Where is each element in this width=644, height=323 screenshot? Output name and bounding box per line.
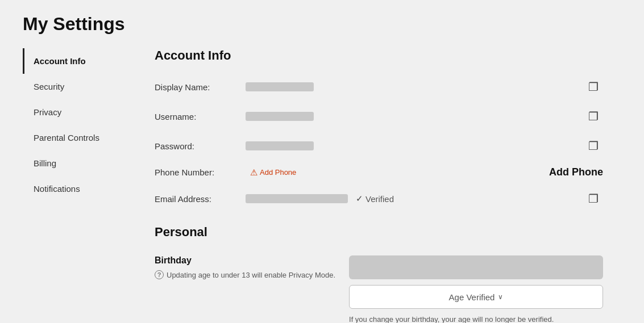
password-edit-button[interactable]: ❐ bbox=[584, 137, 603, 155]
birthday-input[interactable] bbox=[349, 255, 603, 279]
email-edit-button[interactable]: ❐ bbox=[584, 190, 603, 208]
sidebar-item-billing[interactable]: Billing bbox=[23, 150, 136, 176]
personal-title: Personal bbox=[155, 225, 603, 240]
display-name-edit-button[interactable]: ❐ bbox=[584, 78, 603, 96]
account-info-title: Account Info bbox=[155, 48, 603, 63]
sidebar-item-account-info[interactable]: Account Info bbox=[23, 48, 136, 74]
main-content: Account Info Display Name: ❐ Username: ❐… bbox=[136, 48, 621, 323]
phone-warning[interactable]: ⚠ Add Phone bbox=[250, 167, 296, 178]
email-value bbox=[246, 194, 348, 203]
display-name-label: Display Name: bbox=[155, 82, 246, 92]
check-icon: ✓ bbox=[356, 194, 363, 204]
question-icon: ? bbox=[155, 270, 164, 279]
birthday-privacy-note: ? Updating age to under 13 will enable P… bbox=[155, 270, 335, 279]
page-title: My Settings bbox=[23, 14, 621, 35]
username-row: Username: ❐ bbox=[155, 102, 603, 131]
warning-icon: ⚠ bbox=[250, 167, 257, 178]
sidebar-item-security[interactable]: Security bbox=[23, 74, 136, 99]
age-note: If you change your birthday, your age wi… bbox=[349, 314, 603, 323]
sidebar-item-notifications[interactable]: Notifications bbox=[23, 176, 136, 202]
birthday-right: Age Verified ∨ If you change your birthd… bbox=[349, 255, 603, 323]
username-edit-button[interactable]: ❐ bbox=[584, 107, 603, 125]
display-name-row: Display Name: ❐ bbox=[155, 72, 603, 102]
phone-left: Phone Number: ⚠ Add Phone bbox=[155, 167, 296, 178]
account-info-section: Account Info Display Name: ❐ Username: ❐… bbox=[155, 48, 603, 213]
phone-row: Phone Number: ⚠ Add Phone Add Phone bbox=[155, 161, 603, 184]
sidebar-item-parental-controls[interactable]: Parental Controls bbox=[23, 125, 136, 150]
age-verified-button[interactable]: Age Verified ∨ bbox=[349, 285, 603, 309]
password-value bbox=[246, 141, 314, 150]
sidebar-item-privacy[interactable]: Privacy bbox=[23, 99, 136, 125]
add-phone-button[interactable]: Add Phone bbox=[549, 166, 603, 178]
email-label: Email Address: bbox=[155, 194, 246, 204]
password-row: Password: ❐ bbox=[155, 131, 603, 161]
username-label: Username: bbox=[155, 112, 246, 121]
birthday-row: Birthday ? Updating age to under 13 will… bbox=[155, 249, 603, 323]
username-value bbox=[246, 112, 314, 121]
personal-section: Personal Birthday ? Updating age to unde… bbox=[155, 225, 603, 323]
email-row: Email Address: ✓ Verified ❐ bbox=[155, 184, 603, 213]
display-name-value bbox=[246, 82, 314, 91]
password-label: Password: bbox=[155, 141, 246, 151]
sidebar: Account Info Security Privacy Parental C… bbox=[23, 48, 136, 323]
phone-label: Phone Number: bbox=[155, 167, 246, 177]
chevron-down-icon: ∨ bbox=[498, 293, 503, 301]
verified-badge: ✓ Verified bbox=[356, 194, 394, 204]
birthday-label-area: Birthday ? Updating age to under 13 will… bbox=[155, 255, 335, 279]
